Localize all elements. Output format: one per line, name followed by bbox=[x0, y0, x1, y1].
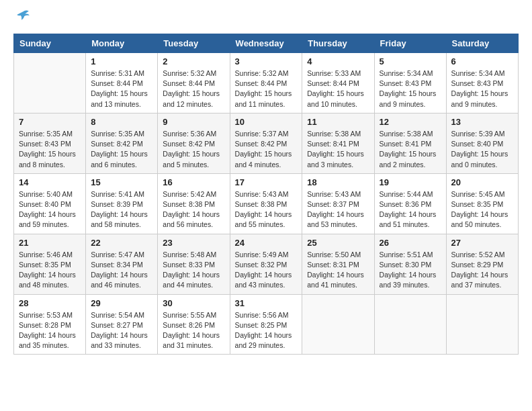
day-number: 16 bbox=[163, 177, 224, 187]
calendar-cell bbox=[374, 294, 446, 355]
day-number: 22 bbox=[91, 238, 152, 248]
day-info: Sunrise: 5:35 AMSunset: 8:43 PMDaylight:… bbox=[19, 129, 81, 170]
day-info: Sunrise: 5:46 AMSunset: 8:35 PMDaylight:… bbox=[19, 250, 81, 291]
calendar-cell: 26Sunrise: 5:51 AMSunset: 8:30 PMDayligh… bbox=[374, 234, 446, 294]
col-header-saturday: Saturday bbox=[446, 34, 518, 53]
calendar-cell: 30Sunrise: 5:55 AMSunset: 8:26 PMDayligh… bbox=[158, 294, 230, 355]
day-info: Sunrise: 5:42 AMSunset: 8:38 PMDaylight:… bbox=[163, 189, 224, 230]
calendar-cell: 16Sunrise: 5:42 AMSunset: 8:38 PMDayligh… bbox=[158, 173, 230, 234]
calendar-cell: 23Sunrise: 5:48 AMSunset: 8:33 PMDayligh… bbox=[158, 234, 230, 294]
calendar-cell: 14Sunrise: 5:40 AMSunset: 8:40 PMDayligh… bbox=[14, 173, 86, 234]
day-info: Sunrise: 5:48 AMSunset: 8:33 PMDaylight:… bbox=[163, 250, 224, 291]
day-info: Sunrise: 5:40 AMSunset: 8:40 PMDaylight:… bbox=[19, 189, 81, 230]
day-number: 19 bbox=[380, 177, 441, 187]
calendar-cell: 3Sunrise: 5:32 AMSunset: 8:44 PMDaylight… bbox=[230, 53, 302, 113]
day-number: 10 bbox=[235, 117, 298, 127]
day-number: 21 bbox=[19, 238, 81, 248]
day-info: Sunrise: 5:43 AMSunset: 8:37 PMDaylight:… bbox=[307, 189, 369, 230]
calendar-cell bbox=[302, 294, 374, 355]
calendar-cell: 9Sunrise: 5:36 AMSunset: 8:42 PMDaylight… bbox=[158, 113, 230, 173]
calendar-cell: 5Sunrise: 5:34 AMSunset: 8:43 PMDaylight… bbox=[374, 53, 446, 113]
calendar-cell: 27Sunrise: 5:52 AMSunset: 8:29 PMDayligh… bbox=[446, 234, 518, 294]
day-info: Sunrise: 5:36 AMSunset: 8:42 PMDaylight:… bbox=[163, 129, 224, 170]
day-number: 9 bbox=[163, 117, 224, 127]
calendar-cell: 2Sunrise: 5:32 AMSunset: 8:44 PMDaylight… bbox=[158, 53, 230, 113]
calendar-table: SundayMondayTuesdayWednesdayThursdayFrid… bbox=[13, 34, 519, 355]
day-info: Sunrise: 5:56 AMSunset: 8:25 PMDaylight:… bbox=[235, 310, 298, 351]
calendar-cell: 12Sunrise: 5:38 AMSunset: 8:41 PMDayligh… bbox=[374, 113, 446, 173]
calendar-week-row: 1Sunrise: 5:31 AMSunset: 8:44 PMDaylight… bbox=[14, 53, 519, 113]
day-info: Sunrise: 5:41 AMSunset: 8:39 PMDaylight:… bbox=[91, 189, 152, 230]
col-header-wednesday: Wednesday bbox=[230, 34, 302, 53]
day-info: Sunrise: 5:44 AMSunset: 8:36 PMDaylight:… bbox=[380, 189, 441, 230]
day-number: 12 bbox=[380, 117, 441, 127]
day-number: 11 bbox=[307, 117, 369, 127]
logo-bird-icon bbox=[15, 8, 30, 23]
calendar-cell: 8Sunrise: 5:35 AMSunset: 8:42 PMDaylight… bbox=[86, 113, 158, 173]
day-info: Sunrise: 5:45 AMSunset: 8:35 PMDaylight:… bbox=[451, 189, 513, 230]
day-number: 28 bbox=[19, 298, 81, 308]
day-number: 13 bbox=[451, 117, 513, 127]
calendar-cell: 28Sunrise: 5:53 AMSunset: 8:28 PMDayligh… bbox=[14, 294, 86, 355]
calendar-cell: 25Sunrise: 5:50 AMSunset: 8:31 PMDayligh… bbox=[302, 234, 374, 294]
day-info: Sunrise: 5:34 AMSunset: 8:43 PMDaylight:… bbox=[380, 68, 441, 109]
day-number: 27 bbox=[451, 238, 513, 248]
day-info: Sunrise: 5:53 AMSunset: 8:28 PMDaylight:… bbox=[19, 310, 81, 351]
day-number: 25 bbox=[307, 238, 369, 248]
day-info: Sunrise: 5:37 AMSunset: 8:42 PMDaylight:… bbox=[235, 129, 298, 170]
day-info: Sunrise: 5:38 AMSunset: 8:41 PMDaylight:… bbox=[307, 129, 369, 170]
calendar-cell bbox=[446, 294, 518, 355]
col-header-thursday: Thursday bbox=[302, 34, 374, 53]
calendar-cell: 24Sunrise: 5:49 AMSunset: 8:32 PMDayligh… bbox=[230, 234, 302, 294]
day-number: 3 bbox=[235, 56, 298, 66]
day-info: Sunrise: 5:38 AMSunset: 8:41 PMDaylight:… bbox=[380, 129, 441, 170]
day-number: 31 bbox=[235, 298, 298, 308]
logo bbox=[13, 13, 30, 23]
day-info: Sunrise: 5:54 AMSunset: 8:27 PMDaylight:… bbox=[91, 310, 152, 351]
calendar-cell: 17Sunrise: 5:43 AMSunset: 8:38 PMDayligh… bbox=[230, 173, 302, 234]
day-number: 6 bbox=[451, 56, 513, 66]
col-header-monday: Monday bbox=[86, 34, 158, 53]
day-number: 23 bbox=[163, 238, 224, 248]
calendar-week-row: 14Sunrise: 5:40 AMSunset: 8:40 PMDayligh… bbox=[14, 173, 519, 234]
calendar-header-row: SundayMondayTuesdayWednesdayThursdayFrid… bbox=[14, 34, 519, 53]
day-info: Sunrise: 5:51 AMSunset: 8:30 PMDaylight:… bbox=[380, 250, 441, 291]
day-info: Sunrise: 5:50 AMSunset: 8:31 PMDaylight:… bbox=[307, 250, 369, 291]
calendar-cell: 13Sunrise: 5:39 AMSunset: 8:40 PMDayligh… bbox=[446, 113, 518, 173]
day-number: 29 bbox=[91, 298, 152, 308]
calendar-cell: 15Sunrise: 5:41 AMSunset: 8:39 PMDayligh… bbox=[86, 173, 158, 234]
day-number: 1 bbox=[91, 56, 152, 66]
calendar-cell: 1Sunrise: 5:31 AMSunset: 8:44 PMDaylight… bbox=[86, 53, 158, 113]
calendar-cell: 20Sunrise: 5:45 AMSunset: 8:35 PMDayligh… bbox=[446, 173, 518, 234]
calendar-cell: 21Sunrise: 5:46 AMSunset: 8:35 PMDayligh… bbox=[14, 234, 86, 294]
day-number: 17 bbox=[235, 177, 298, 187]
calendar-cell: 22Sunrise: 5:47 AMSunset: 8:34 PMDayligh… bbox=[86, 234, 158, 294]
day-info: Sunrise: 5:34 AMSunset: 8:43 PMDaylight:… bbox=[451, 68, 513, 109]
day-info: Sunrise: 5:39 AMSunset: 8:40 PMDaylight:… bbox=[451, 129, 513, 170]
day-info: Sunrise: 5:47 AMSunset: 8:34 PMDaylight:… bbox=[91, 250, 152, 291]
day-number: 20 bbox=[451, 177, 513, 187]
day-info: Sunrise: 5:31 AMSunset: 8:44 PMDaylight:… bbox=[91, 68, 152, 109]
calendar-cell: 31Sunrise: 5:56 AMSunset: 8:25 PMDayligh… bbox=[230, 294, 302, 355]
calendar-cell: 29Sunrise: 5:54 AMSunset: 8:27 PMDayligh… bbox=[86, 294, 158, 355]
day-number: 4 bbox=[307, 56, 369, 66]
day-number: 18 bbox=[307, 177, 369, 187]
calendar-week-row: 7Sunrise: 5:35 AMSunset: 8:43 PMDaylight… bbox=[14, 113, 519, 173]
calendar-cell: 10Sunrise: 5:37 AMSunset: 8:42 PMDayligh… bbox=[230, 113, 302, 173]
day-info: Sunrise: 5:32 AMSunset: 8:44 PMDaylight:… bbox=[235, 68, 298, 109]
calendar-cell: 11Sunrise: 5:38 AMSunset: 8:41 PMDayligh… bbox=[302, 113, 374, 173]
day-info: Sunrise: 5:55 AMSunset: 8:26 PMDaylight:… bbox=[163, 310, 224, 351]
calendar-cell: 6Sunrise: 5:34 AMSunset: 8:43 PMDaylight… bbox=[446, 53, 518, 113]
day-info: Sunrise: 5:32 AMSunset: 8:44 PMDaylight:… bbox=[163, 68, 224, 109]
calendar-week-row: 21Sunrise: 5:46 AMSunset: 8:35 PMDayligh… bbox=[14, 234, 519, 294]
day-info: Sunrise: 5:52 AMSunset: 8:29 PMDaylight:… bbox=[451, 250, 513, 291]
calendar-cell: 7Sunrise: 5:35 AMSunset: 8:43 PMDaylight… bbox=[14, 113, 86, 173]
day-info: Sunrise: 5:49 AMSunset: 8:32 PMDaylight:… bbox=[235, 250, 298, 291]
col-header-tuesday: Tuesday bbox=[158, 34, 230, 53]
day-info: Sunrise: 5:35 AMSunset: 8:42 PMDaylight:… bbox=[91, 129, 152, 170]
day-number: 15 bbox=[91, 177, 152, 187]
col-header-friday: Friday bbox=[374, 34, 446, 53]
day-number: 8 bbox=[91, 117, 152, 127]
calendar-cell: 4Sunrise: 5:33 AMSunset: 8:44 PMDaylight… bbox=[302, 53, 374, 113]
col-header-sunday: Sunday bbox=[14, 34, 86, 53]
